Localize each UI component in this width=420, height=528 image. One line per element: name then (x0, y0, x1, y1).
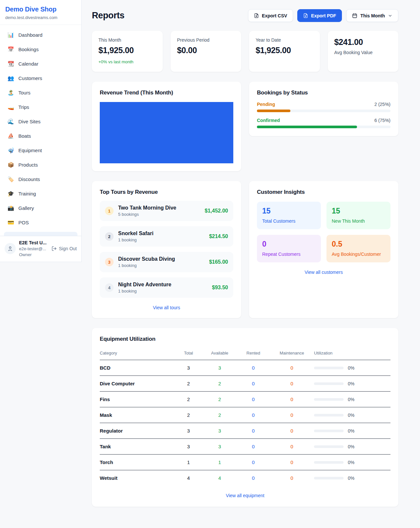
sidebar-nav-label: Tours (18, 90, 31, 95)
equipment-category: Tank (100, 439, 175, 455)
utilization-percent: 0% (348, 381, 354, 386)
status-row: Pending 2 (25%) (257, 102, 390, 112)
sidebar-nav-item[interactable]: 🎓 Training (3, 188, 78, 200)
utilization-bar (314, 414, 344, 416)
equipment-table-row: Torch 1 1 0 0 0% (100, 455, 390, 470)
header-actions: Export CSV Export PDF This Month (248, 9, 398, 22)
rank-badge: 4 (105, 283, 114, 292)
insight-box: 0.5 Avg Bookings/Customer (326, 235, 390, 262)
utilization-percent: 0% (348, 428, 354, 434)
credit-card-icon: 💳 (7, 219, 14, 226)
equipment-available: 3 (202, 423, 237, 439)
utilization-bar (314, 477, 344, 479)
revenue-trend-bar (100, 102, 233, 163)
status-progress-fill (257, 126, 357, 128)
equipment-table-row: Fins 2 2 0 0 0% (100, 392, 390, 407)
equipment-total: 1 (175, 455, 202, 470)
equipment-category: Regulator (100, 423, 175, 439)
customer-insights-card: Customer Insights 15 Total Customers 15 … (249, 181, 398, 318)
sidebar-nav-item[interactable]: 📅 Bookings (3, 43, 78, 55)
sidebar-nav-item[interactable]: 👥 Customers (3, 72, 78, 84)
equipment-maintenance: 0 (270, 407, 314, 423)
equipment-utilization-card: Equipment Utilization Category Total Ava… (92, 328, 398, 507)
sidebar-nav-item[interactable]: 📆 Calendar (3, 58, 78, 70)
col-available: Available (202, 347, 237, 360)
sidebar-nav-item[interactable]: 🏷️ Discounts (3, 173, 78, 185)
revenue-trend-title: Revenue Trend (This Month) (100, 90, 233, 96)
sidebar-active-item-partial[interactable] (4, 232, 77, 236)
stat-value: $241.00 (334, 37, 392, 47)
period-dropdown[interactable]: This Month (346, 9, 398, 22)
view-all-equipment-link[interactable]: View all equipment (100, 493, 390, 498)
equipment-maintenance: 0 (270, 360, 314, 376)
sidebar-nav-item[interactable]: 🚤 Trips (3, 101, 78, 113)
equipment-category: Torch (100, 455, 175, 470)
sidebar-nav-label: Dive Sites (18, 119, 41, 124)
insight-value: 0 (262, 240, 316, 249)
tour-amount: $93.50 (212, 285, 228, 291)
sidebar-nav-item[interactable]: 🌊 Dive Sites (3, 115, 78, 128)
equipment-rented: 0 (237, 423, 270, 439)
user-panel: E2E Test U... e2e-tester@... Owner Sign … (0, 236, 81, 262)
equipment-table-row: Tank 3 3 0 0 0% (100, 439, 390, 455)
export-pdf-button[interactable]: Export PDF (297, 9, 342, 22)
user-email: e2e-tester@... (19, 246, 48, 251)
insight-value: 15 (262, 207, 316, 215)
diving-mask-icon: 🤿 (7, 147, 14, 153)
view-all-customers-link[interactable]: View all customers (257, 270, 390, 275)
sidebar-nav-label: Boats (18, 133, 31, 139)
col-total: Total (175, 347, 202, 360)
view-all-tours-link[interactable]: View all tours (100, 305, 233, 310)
equipment-available: 3 (202, 439, 237, 455)
tour-bookings: 5 bookings (118, 212, 200, 217)
status-progress-fill (257, 110, 290, 112)
equipment-category: Dive Computer (100, 376, 175, 392)
status-count: 2 (25%) (374, 102, 390, 107)
utilization-percent: 0% (348, 397, 354, 402)
sidebar-nav-label: Products (18, 162, 38, 168)
equipment-category: Wetsuit (100, 470, 175, 486)
file-download-icon (254, 13, 259, 18)
tour-name: Snorkel Safari (118, 231, 204, 236)
sidebar-nav-label: Customers (18, 75, 42, 81)
rank-badge: 1 (105, 207, 114, 215)
status-progress-track (257, 110, 390, 112)
equipment-table: Category Total Available Rented Maintena… (100, 347, 390, 486)
sidebar-nav-item[interactable]: 📸 Gallery (3, 202, 78, 214)
sidebar-nav-item[interactable]: 💳 POS (3, 216, 78, 229)
sidebar-nav-item[interactable]: 🤿 Equipment (3, 144, 78, 156)
tour-amount: $1,452.00 (205, 208, 228, 214)
equipment-total: 3 (175, 360, 202, 376)
sidebar-nav-item[interactable]: 📦 Products (3, 159, 78, 171)
sidebar-nav-label: Training (18, 191, 36, 196)
tour-row: 2 Snorkel Safari 1 booking $214.50 (100, 226, 233, 247)
period-label: This Month (360, 13, 385, 18)
insight-box: 0 Repeat Customers (257, 235, 321, 262)
utilization-bar (314, 382, 344, 385)
utilization-percent: 0% (348, 476, 354, 481)
sign-out-icon (52, 246, 57, 251)
stat-value: $1,925.00 (256, 46, 313, 55)
tour-bookings: 1 booking (118, 263, 204, 268)
equipment-total: 3 (175, 423, 202, 439)
stat-value: $1,925.00 (98, 46, 156, 55)
tour-amount: $165.00 (209, 259, 228, 265)
user-meta: E2E Test U... e2e-tester@... Owner (19, 240, 48, 257)
stat-label: Year to Date (256, 37, 313, 43)
export-csv-button[interactable]: Export CSV (248, 9, 293, 22)
equipment-table-header: Category Total Available Rented Maintena… (100, 347, 390, 360)
sidebar-nav-item[interactable]: 📊 Dashboard (3, 29, 78, 41)
sidebar-nav-item[interactable]: 🏝️ Tours (3, 87, 78, 99)
rank-badge: 3 (105, 258, 114, 266)
equipment-table-row: Regulator 3 3 0 0 0% (100, 423, 390, 439)
insight-box: 15 Total Customers (257, 202, 321, 229)
equipment-category: BCD (100, 360, 175, 376)
tour-row: 3 Discover Scuba Diving 1 booking $165.0… (100, 252, 233, 272)
sign-out-button[interactable]: Sign Out (52, 246, 77, 251)
equipment-rented: 0 (237, 455, 270, 470)
utilization-percent: 0% (348, 413, 354, 418)
sidebar-nav-item[interactable]: ⛵ Boats (3, 130, 78, 142)
status-row: Confirmed 6 (75%) (257, 118, 390, 128)
tour-name: Two Tank Morning Dive (118, 205, 200, 211)
shop-name: Demo Dive Shop (5, 6, 76, 13)
